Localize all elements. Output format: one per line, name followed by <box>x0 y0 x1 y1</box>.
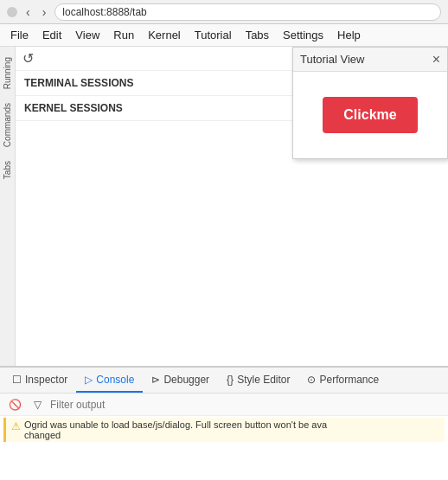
sidebar-running[interactable]: Running <box>1 50 14 96</box>
tab-debugger-label: Debugger <box>163 374 209 386</box>
menu-tabs[interactable]: Tabs <box>239 25 276 45</box>
browser-close-btn <box>7 7 17 17</box>
tab-console[interactable]: ▷ Console <box>76 368 143 393</box>
warning-icon: ⚠ <box>11 420 21 432</box>
refresh-icon[interactable]: ↺ <box>22 50 34 67</box>
back-button[interactable]: ‹ <box>22 5 34 19</box>
tab-style-editor-label: Style Editor <box>237 374 290 386</box>
menu-help[interactable]: Help <box>330 25 368 45</box>
menu-run[interactable]: Run <box>106 25 141 45</box>
tutorial-title: Tutorial View <box>300 53 364 66</box>
console-output: ⚠ Ogrid was unable to load base/js/dialo… <box>0 416 448 480</box>
debugger-icon: ⊳ <box>151 374 160 386</box>
tab-console-label: Console <box>96 374 134 386</box>
terminal-sessions-label: TERMINAL SESSIONS <box>24 77 133 89</box>
tab-inspector-label: Inspector <box>25 374 67 386</box>
menu-edit[interactable]: Edit <box>35 25 68 45</box>
devtools-panel: ☐ Inspector ▷ Console ⊳ Debugger {} Styl… <box>0 366 448 480</box>
clear-console-button[interactable]: 🚫 <box>5 397 25 413</box>
tab-performance[interactable]: ⊙ Performance <box>298 368 387 393</box>
menu-settings[interactable]: Settings <box>276 25 330 45</box>
menu-tutorial[interactable]: Tutorial <box>188 25 239 45</box>
sidebar-tabs[interactable]: Tabs <box>1 154 14 186</box>
filter-output-input[interactable] <box>50 397 443 413</box>
clickme-button[interactable]: Clickme <box>323 97 417 133</box>
menu-kernel[interactable]: Kernel <box>141 25 188 45</box>
tab-debugger[interactable]: ⊳ Debugger <box>143 368 218 393</box>
main-area: Running Commands Tabs ↺ TERMINAL SESSION… <box>0 47 448 366</box>
menu-bar: File Edit View Run Kernel Tutorial Tabs … <box>0 24 448 47</box>
warning-message: Ogrid was unable to load base/js/dialog.… <box>24 419 439 440</box>
menu-view[interactable]: View <box>68 25 106 45</box>
url-text: localhost:8888/tab <box>62 6 146 18</box>
tutorial-body: Clickme <box>293 72 447 158</box>
kernel-sessions-label: KERNEL SESSIONS <box>24 102 123 114</box>
tutorial-header: Tutorial View × <box>293 48 447 72</box>
tab-inspector[interactable]: ☐ Inspector <box>3 368 76 393</box>
tab-style-editor[interactable]: {} Style Editor <box>218 368 298 393</box>
url-bar[interactable]: localhost:8888/tab <box>54 3 441 21</box>
console-warning-row: ⚠ Ogrid was unable to load base/js/dialo… <box>3 418 445 442</box>
center-panel: ↺ TERMINAL SESSIONS × KERNEL SESSIONS × … <box>16 47 448 366</box>
sidebar: Running Commands Tabs <box>0 47 16 366</box>
console-icon: ▷ <box>85 374 93 386</box>
tab-performance-label: Performance <box>319 374 379 386</box>
filter-icon: ▽ <box>30 397 45 413</box>
console-toolbar: 🚫 ▽ <box>0 394 448 416</box>
inspector-icon: ☐ <box>12 374 22 386</box>
tutorial-popup: Tutorial View × Clickme <box>292 47 448 159</box>
browser-bar: ‹ › localhost:8888/tab <box>0 0 448 24</box>
tutorial-close-button[interactable]: × <box>432 52 440 67</box>
performance-icon: ⊙ <box>307 374 316 386</box>
sidebar-commands[interactable]: Commands <box>1 96 14 154</box>
forward-button[interactable]: › <box>39 5 50 19</box>
devtools-tabs: ☐ Inspector ▷ Console ⊳ Debugger {} Styl… <box>0 368 448 394</box>
style-editor-icon: {} <box>227 374 234 386</box>
menu-file[interactable]: File <box>3 25 35 45</box>
